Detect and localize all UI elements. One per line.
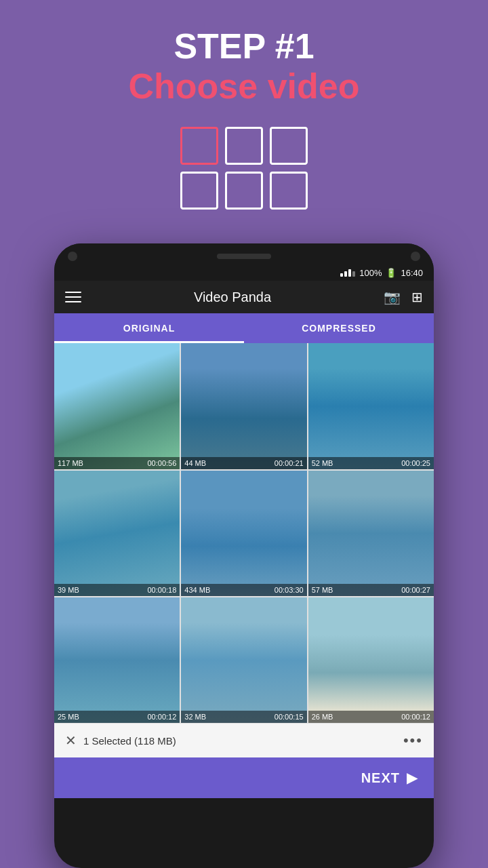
app-header: Video Panda 📷 ⊞ [54, 281, 434, 313]
video-duration-1: 00:00:56 [148, 459, 177, 467]
video-info-8: 32 MB 00:00:15 [181, 711, 306, 723]
video-size-9: 26 MB [312, 713, 333, 721]
tab-compressed[interactable]: COMPRESSED [244, 313, 434, 343]
more-options-icon[interactable]: ••• [403, 732, 423, 749]
video-duration-8: 00:00:15 [274, 713, 304, 721]
sensor-dot [411, 252, 420, 261]
video-item-9[interactable]: 26 MB 00:00:12 [308, 597, 434, 723]
battery-icon: 🔋 [386, 268, 396, 278]
video-duration-7: 00:00:12 [148, 713, 177, 721]
video-info-1: 117 MB 00:00:56 [54, 457, 180, 469]
tab-original[interactable]: ORIGINAL [54, 313, 244, 343]
next-label: NEXT [361, 770, 400, 786]
video-item-7[interactable]: 25 MB 00:00:12 [54, 597, 180, 723]
video-size-4: 39 MB [58, 586, 79, 594]
video-info-6: 57 MB 00:00:27 [308, 584, 434, 596]
video-info-2: 44 MB 00:00:21 [181, 457, 306, 469]
video-item-2[interactable]: 44 MB 00:00:21 [181, 343, 306, 469]
grid-cell-2 [225, 127, 263, 165]
signal-bar-2 [344, 271, 347, 277]
video-info-7: 25 MB 00:00:12 [54, 711, 180, 723]
status-bar: 100% 🔋 16:40 [54, 267, 434, 281]
phone-top-bar [54, 243, 434, 267]
video-duration-6: 00:00:27 [401, 586, 430, 594]
video-item-4[interactable]: 39 MB 00:00:18 [54, 471, 180, 596]
header-icons: 📷 ⊞ [384, 289, 423, 305]
video-size-2: 44 MB [184, 459, 206, 467]
video-size-8: 32 MB [184, 713, 206, 721]
step-title: STEP #1 [174, 27, 314, 66]
speaker [217, 254, 271, 259]
hamburger-line-1 [65, 292, 81, 293]
video-item-3[interactable]: 52 MB 00:00:25 [308, 343, 434, 469]
tabs: ORIGINAL COMPRESSED [54, 313, 434, 343]
clock: 16:40 [401, 268, 423, 278]
hamburger-line-3 [65, 301, 81, 302]
grid-cell-1 [180, 127, 218, 165]
phone-mockup: 100% 🔋 16:40 Video Panda 📷 ⊞ ORIGINAL CO… [54, 243, 434, 868]
selected-info: ✕ 1 Selected (118 MB) [65, 732, 176, 749]
battery-percent: 100% [359, 268, 382, 278]
signal-bars [340, 269, 355, 277]
grid-cell-6 [270, 172, 308, 210]
video-item-1[interactable]: 117 MB 00:00:56 [54, 343, 180, 469]
camera-icon[interactable]: 📷 [384, 289, 401, 305]
video-grid: 117 MB 00:00:56 44 MB 00:00:21 52 MB 00:… [54, 343, 434, 723]
video-item-6[interactable]: 57 MB 00:00:27 [308, 471, 434, 596]
camera-dot [68, 252, 77, 261]
hamburger-menu[interactable] [65, 292, 81, 302]
app-title: Video Panda [194, 290, 271, 305]
grid-illustration [180, 127, 308, 210]
video-duration-5: 00:03:30 [274, 586, 304, 594]
selected-text: 1 Selected (118 MB) [83, 735, 176, 747]
video-item-8[interactable]: 32 MB 00:00:15 [181, 597, 306, 723]
selection-bar: ✕ 1 Selected (118 MB) ••• [54, 723, 434, 757]
video-info-9: 26 MB 00:00:12 [308, 711, 434, 723]
video-duration-2: 00:00:21 [274, 459, 304, 467]
deselect-icon[interactable]: ✕ [65, 732, 77, 749]
video-size-6: 57 MB [312, 586, 333, 594]
video-size-1: 117 MB [58, 459, 83, 467]
signal-bar-4 [352, 271, 355, 277]
grid-cell-4 [180, 172, 218, 210]
video-info-5: 434 MB 00:03:30 [181, 584, 306, 596]
grid-and-controls: 117 MB 00:00:56 44 MB 00:00:21 52 MB 00:… [54, 343, 434, 723]
video-duration-4: 00:00:18 [148, 586, 177, 594]
video-info-3: 52 MB 00:00:25 [308, 457, 434, 469]
video-size-5: 434 MB [184, 586, 210, 594]
video-size-7: 25 MB [58, 713, 79, 721]
instruction-area: STEP #1 Choose video [0, 0, 488, 243]
next-button[interactable]: NEXT ▶ [54, 757, 434, 798]
video-info-4: 39 MB 00:00:18 [54, 584, 180, 596]
signal-bar-3 [348, 269, 351, 277]
grid-cell-3 [270, 127, 308, 165]
step-subtitle: Choose video [129, 66, 360, 106]
hamburger-line-2 [65, 296, 81, 298]
grid-view-icon[interactable]: ⊞ [411, 289, 423, 305]
next-arrow-icon: ▶ [407, 770, 418, 786]
video-item-5[interactable]: 434 MB 00:03:30 [181, 471, 306, 596]
video-duration-3: 00:00:25 [401, 459, 430, 467]
video-duration-9: 00:00:12 [401, 713, 430, 721]
signal-bar-1 [340, 273, 343, 277]
video-size-3: 52 MB [312, 459, 333, 467]
video-container: 117 MB 00:00:56 44 MB 00:00:21 52 MB 00:… [54, 343, 434, 798]
grid-cell-5 [225, 172, 263, 210]
